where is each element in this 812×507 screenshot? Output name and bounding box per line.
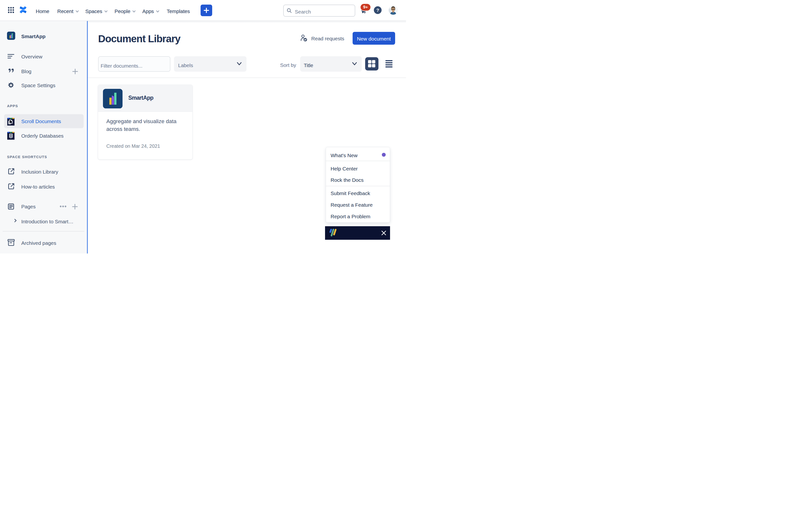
- svg-text:?: ?: [376, 8, 379, 13]
